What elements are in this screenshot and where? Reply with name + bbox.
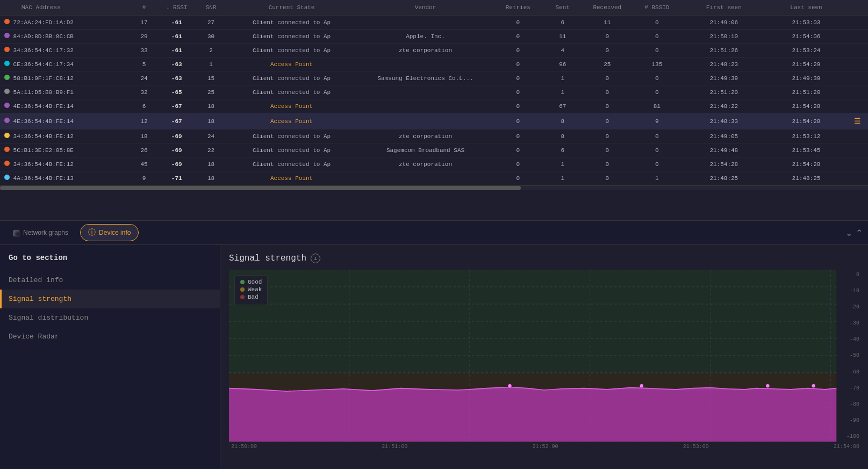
row-retries: 0 (494, 30, 542, 44)
y-label-70: -70 (838, 385, 859, 391)
collapse-button[interactable]: ⌄ (845, 228, 852, 238)
x-label-3: 21:52:00 (532, 444, 558, 450)
col-mac[interactable]: MAC Address (0, 0, 131, 16)
svg-marker-19 (229, 387, 836, 442)
row-vendor (357, 113, 494, 129)
row-num: 26 (131, 143, 158, 157)
sidebar-item-device-radar[interactable]: Device Radar (0, 327, 220, 346)
scrollbar-thumb[interactable] (0, 186, 521, 190)
panel-content: Go to section Detailed info Signal stren… (0, 245, 868, 469)
y-label-100: -100 (838, 434, 859, 439)
chart-x-labels: 21:50:00 21:51:00 21:52:00 21:53:00 21:5… (229, 444, 859, 450)
sidebar: Go to section Detailed info Signal stren… (0, 245, 220, 469)
col-num[interactable]: # (131, 0, 158, 16)
table-row[interactable]: 5A:11:D5:B0:B9:F1 32 -65 25 Client conne… (0, 85, 868, 99)
row-rssi: -69 (158, 143, 196, 157)
table-row[interactable]: CE:36:54:4C:17:34 5 -63 1 Access Point 0… (0, 57, 868, 71)
sidebar-item-detailed-info[interactable]: Detailed info (0, 271, 220, 290)
row-state: Client connected to Ap (226, 85, 357, 99)
row-detail[interactable] (848, 157, 868, 171)
row-num: 12 (131, 113, 158, 129)
row-detail[interactable] (848, 85, 868, 99)
table-row[interactable]: 4E:36:54:4B:FE:14 12 -67 18 Access Point… (0, 113, 868, 129)
row-detail[interactable] (848, 44, 868, 57)
row-first-seen: 21:49:48 (683, 143, 765, 157)
col-sent[interactable]: Sent (542, 0, 584, 16)
row-detail[interactable]: ☰ (848, 113, 868, 129)
mac-address: 58:B1:0F:1F:C8:12 (13, 75, 74, 82)
col-rssi[interactable]: ↓ RSSI (158, 0, 196, 16)
sidebar-item-signal-strength[interactable]: Signal strength (0, 290, 220, 308)
row-bssid: 9 (631, 113, 683, 129)
row-rssi: -71 (158, 171, 196, 185)
col-last-seen[interactable]: Last seen (765, 0, 847, 16)
row-rssi: -61 (158, 30, 196, 44)
detail-icon[interactable]: ☰ (854, 117, 861, 126)
row-detail[interactable] (848, 71, 868, 85)
mac-address: CE:36:54:4C:17:34 (13, 61, 74, 68)
col-state[interactable]: Current State (226, 0, 357, 16)
row-state: Access Point (226, 57, 357, 71)
row-vendor: Sagemcom Broadband SAS (357, 143, 494, 157)
status-dot (4, 19, 10, 24)
legend-good: Good (240, 279, 262, 285)
row-detail[interactable] (848, 129, 868, 143)
table-row[interactable]: 34:36:54:4B:FE:12 18 -69 24 Client conne… (0, 129, 868, 143)
row-vendor: zte corporation (357, 157, 494, 171)
chart-area: Signal strength i Good Weak Ba (220, 245, 868, 469)
tab-network-graphs[interactable]: ▦ Network graphs (5, 225, 76, 240)
col-snr[interactable]: SNR (196, 0, 226, 16)
row-first-seen: 21:48:33 (683, 113, 765, 129)
row-retries: 0 (494, 171, 542, 185)
row-detail[interactable] (848, 171, 868, 185)
row-vendor (357, 57, 494, 71)
tab-bar-right: ⌄ ⌃ (845, 228, 863, 238)
table-row[interactable]: 34:36:54:4C:17:32 33 -61 2 Client connec… (0, 44, 868, 57)
row-last-seen: 21:53:45 (765, 143, 847, 157)
chart-title-text: Signal strength (229, 254, 306, 263)
scrollbar-track[interactable] (0, 185, 868, 190)
row-rssi: -63 (158, 71, 196, 85)
y-label-90: -90 (838, 417, 859, 423)
table-row[interactable]: 84:AD:8D:BB:8C:CB 29 -61 30 Client conne… (0, 30, 868, 44)
row-rssi: -65 (158, 85, 196, 99)
table-row[interactable]: 5C:B1:3E:E2:05:8E 26 -69 22 Client conne… (0, 143, 868, 157)
row-last-seen: 21:53:12 (765, 129, 847, 143)
row-detail[interactable] (848, 57, 868, 71)
table-row[interactable]: 72:AA:24:FD:1A:D2 17 -61 27 Client conne… (0, 16, 868, 30)
row-vendor (357, 85, 494, 99)
row-snr: 30 (196, 30, 226, 44)
row-first-seen: 21:54:28 (683, 157, 765, 171)
table-row[interactable]: 58:B1:0F:1F:C8:12 24 -63 15 Client conne… (0, 71, 868, 85)
row-sent: 11 (542, 30, 584, 44)
chart-info-icon[interactable]: i (311, 254, 320, 263)
col-vendor[interactable]: Vendor (357, 0, 494, 16)
tab-device-info[interactable]: ⓘ Device info (80, 224, 139, 241)
sidebar-item-signal-distribution[interactable]: Signal distribution (0, 308, 220, 327)
expand-button[interactable]: ⌃ (856, 228, 863, 238)
row-snr: 24 (196, 129, 226, 143)
row-last-seen: 21:53:03 (765, 16, 847, 30)
row-first-seen: 21:49:39 (683, 71, 765, 85)
row-bssid: 0 (631, 16, 683, 30)
col-retries[interactable]: Retries (494, 0, 542, 16)
col-first-seen[interactable]: First seen (683, 0, 765, 16)
row-detail[interactable] (848, 16, 868, 30)
row-state: Client connected to Ap (226, 30, 357, 44)
row-detail[interactable] (848, 143, 868, 157)
table-row[interactable]: 4E:36:54:4B:FE:14 6 -67 18 Access Point … (0, 99, 868, 113)
row-detail[interactable] (848, 99, 868, 113)
row-received: 0 (583, 44, 631, 57)
col-received[interactable]: Received (583, 0, 631, 16)
row-bssid: 1 (631, 171, 683, 185)
col-bssid[interactable]: # BSSID (631, 0, 683, 16)
row-rssi: -67 (158, 99, 196, 113)
table-row[interactable]: 4A:36:54:4B:FE:13 9 -71 18 Access Point … (0, 171, 868, 185)
row-last-seen: 21:54:29 (765, 57, 847, 71)
table-row[interactable]: 34:36:54:4B:FE:12 45 -69 18 Client conne… (0, 157, 868, 171)
row-num: 32 (131, 85, 158, 99)
sidebar-signal-distribution-label: Signal distribution (9, 314, 88, 322)
row-retries: 0 (494, 129, 542, 143)
row-sent: 8 (542, 129, 584, 143)
row-detail[interactable] (848, 30, 868, 44)
